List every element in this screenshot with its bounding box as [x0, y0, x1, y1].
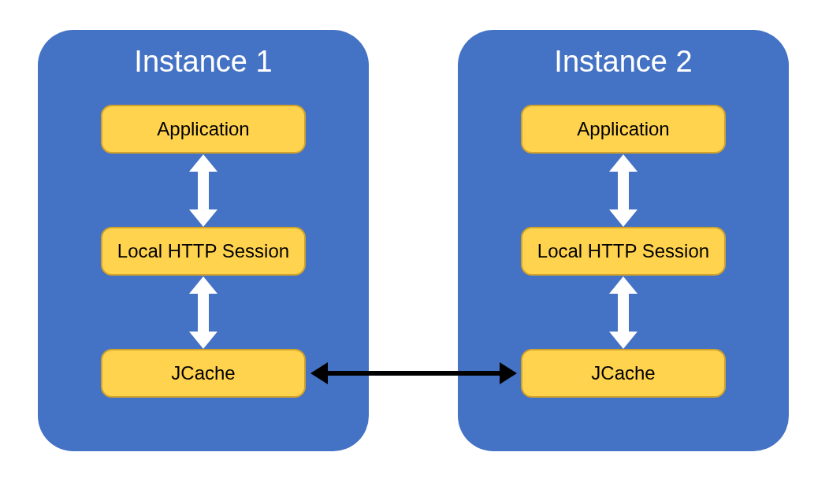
instance-1-application-label: Application [157, 118, 249, 140]
instance-1-session-box: Local HTTP Session [101, 227, 306, 276]
instance-2-session-box: Local HTTP Session [521, 227, 726, 276]
instance-2-jcache-box: JCache [521, 349, 726, 398]
instance-1: Instance 1 Application Local HTTP Sessio… [38, 30, 369, 451]
instance-2-session-label: Local HTTP Session [537, 240, 709, 262]
instance-1-jcache-label: JCache [171, 362, 235, 384]
instance-2-title: Instance 2 [458, 46, 789, 79]
instance-2-application-box: Application [521, 105, 726, 154]
instance-2: Instance 2 Application Local HTTP Sessio… [458, 30, 789, 451]
instance-1-application-box: Application [101, 105, 306, 154]
instance-2-jcache-label: JCache [591, 362, 655, 384]
instance-1-title: Instance 1 [38, 46, 369, 79]
instance-2-application-label: Application [577, 118, 669, 140]
instance-1-session-label: Local HTTP Session [117, 240, 289, 262]
instance-1-jcache-box: JCache [101, 349, 306, 398]
